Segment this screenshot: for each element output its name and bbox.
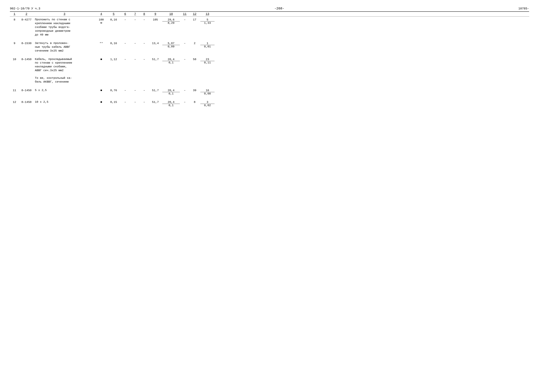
cell-col8: –	[140, 57, 149, 61]
header-center: -268-	[274, 7, 284, 10]
cell-col5: 1,12	[107, 57, 120, 61]
col-header-12: 12	[189, 12, 200, 16]
cell-col5: 0,16	[107, 42, 120, 45]
cell-col4: ■	[95, 100, 107, 104]
cell-col12: 39	[189, 89, 200, 92]
table-row: 118–14505 х 2,5■0,76–––51,7 20,4 0,1 –39…	[10, 89, 529, 96]
col-header-13: 13	[200, 12, 215, 16]
cell-col11: –	[180, 100, 189, 104]
cell-col4: 100м	[95, 18, 107, 25]
cell-desc: Кабель, прокладываемыйпо стенам с крепле…	[34, 57, 95, 84]
cell-col13: 5 1,33	[200, 18, 215, 25]
col-header-11: 11	[180, 12, 189, 16]
cell-col13: 3 0,02	[200, 100, 215, 107]
cell-col10: 20,4 0,1	[162, 89, 180, 96]
cell-num: 8	[10, 18, 19, 22]
cell-col8: –	[140, 18, 149, 22]
cell-col12: 58	[189, 57, 200, 61]
cell-col9: 51,7	[149, 100, 162, 104]
cell-col13: 23 0,11	[200, 57, 215, 65]
cell-desc: 10 х 2,5	[34, 100, 95, 104]
cell-col12: 8	[189, 100, 200, 104]
cell-col13: 16 0,08	[200, 89, 215, 96]
cell-code: 8–1530	[19, 42, 34, 45]
col-header-6: 6	[120, 12, 130, 16]
col-header-5: 5	[107, 12, 120, 16]
cell-code: 8–1450	[19, 100, 34, 104]
cell-col12: 2	[189, 42, 200, 45]
cell-col4: ■	[95, 89, 107, 92]
cell-col11: –	[180, 42, 189, 45]
table-row: 128–145010 х 2,5■0,15–––51,7 20,4 0,1 –8…	[10, 100, 529, 107]
cell-col10: 5,87 0,09	[162, 42, 180, 48]
cell-col6: –	[120, 18, 130, 22]
cell-col7: –	[130, 100, 140, 104]
cell-code: 8–1450	[19, 57, 34, 61]
cell-col7: –	[130, 57, 140, 61]
table-row: 88–4277Проложить по стенам скреплением н…	[10, 18, 529, 37]
cell-code: 8–1450	[19, 89, 34, 92]
cell-num: 12	[10, 100, 19, 104]
cell-col10: 20,4 0,1	[162, 57, 180, 65]
cell-col7: –	[130, 89, 140, 92]
cell-col11: –	[180, 18, 189, 22]
cell-num: 11	[10, 89, 19, 92]
cell-col8: –	[140, 100, 149, 104]
top-divider	[10, 11, 529, 12]
cell-col9: 13,4	[149, 42, 162, 45]
header-left: 902-1-10/70 У ч.3	[10, 7, 40, 10]
cell-col10: 29,6 8,29	[162, 18, 180, 25]
table-row: 108–1450Кабель, прокладываемыйпо стенам …	[10, 57, 529, 84]
cell-col5: 0,16	[107, 18, 120, 22]
column-headers: 1 2 3 4 5 6 7 8 9 10 11 12 13	[10, 12, 529, 17]
cell-col13: 1 0,01	[200, 42, 215, 48]
cell-col9: 105	[149, 18, 162, 22]
col-header-9: 9	[149, 12, 162, 16]
cell-desc: Затянуть в проложен-ные трубы кабель АВВ…	[34, 42, 95, 53]
cell-col6: –	[120, 100, 130, 104]
cell-col6: –	[120, 57, 130, 61]
cell-col4: **	[95, 42, 107, 45]
cell-num: 10	[10, 57, 19, 61]
col-header-2: 2	[19, 12, 34, 16]
header-right: 10785-	[518, 7, 529, 10]
table-row: 98–1530Затянуть в проложен-ные трубы каб…	[10, 42, 529, 53]
col-header-7: 7	[130, 12, 140, 16]
cell-col4: ■	[95, 57, 107, 61]
cell-num: 9	[10, 42, 19, 45]
col-header-10: 10	[162, 12, 180, 16]
cell-col5: 0,15	[107, 100, 120, 104]
cell-col6: –	[120, 42, 130, 45]
col-header-1: 1	[10, 12, 19, 16]
cell-col5: 0,76	[107, 89, 120, 92]
cell-desc: Проложить по стенам скреплением накладны…	[34, 18, 95, 37]
cell-col6: –	[120, 89, 130, 92]
col-header-3: 3	[34, 12, 95, 16]
col-header-4: 4	[95, 12, 107, 16]
cell-col11: –	[180, 89, 189, 92]
cell-code: 8–4277	[19, 18, 34, 22]
cell-col8: –	[140, 42, 149, 45]
cell-col10: 20,4 0,1	[162, 100, 180, 107]
cell-desc: 5 х 2,5	[34, 89, 95, 92]
cell-col12: 17	[189, 18, 200, 22]
cell-col8: –	[140, 89, 149, 92]
col-header-8: 8	[140, 12, 149, 16]
cell-col9: 51,7	[149, 57, 162, 61]
page-header: 902-1-10/70 У ч.3 -268- 10785-	[10, 7, 529, 10]
cell-col7: –	[130, 42, 140, 45]
cell-col7: –	[130, 18, 140, 22]
cell-col9: 51,7	[149, 89, 162, 92]
table-body: 88–4277Проложить по стенам скреплением н…	[10, 18, 529, 107]
cell-col11: –	[180, 57, 189, 61]
